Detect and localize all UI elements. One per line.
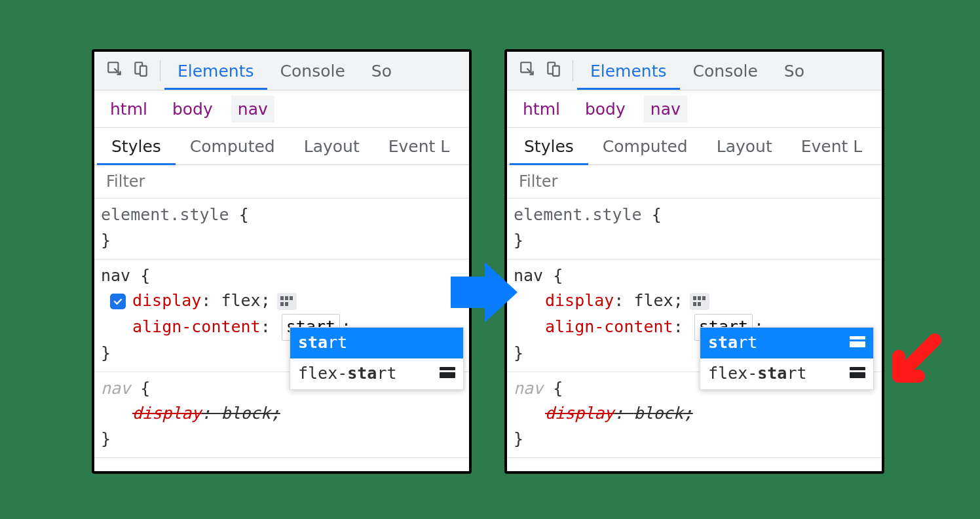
prop-align-content-name[interactable]: align-content [132,315,261,340]
justify-start-icon [850,336,865,349]
svg-rect-3 [280,296,284,300]
selector-element-style: element.style { [101,205,249,224]
devtools-panel-before: Elements Console So html body nav Styles… [92,49,472,474]
justify-start-icon [440,367,455,380]
crumb-nav[interactable]: nav [644,96,687,123]
divider [160,60,160,81]
prop-align-content-name[interactable]: align-content [545,315,673,340]
element-style-rule[interactable]: element.style { } [94,199,469,260]
styles-sub-tabs: Styles Computed Layout Event L [94,128,469,165]
tab-sources-partial[interactable]: So [771,52,818,90]
breadcrumb: html body nav [94,90,469,128]
selector-nav-overridden: nav { [514,379,563,398]
justify-start-icon [850,367,865,380]
prop-display-name[interactable]: display [545,288,614,314]
selector-nav: nav { [514,266,563,285]
crumb-nav[interactable]: nav [231,96,274,123]
crumb-html[interactable]: html [104,96,154,123]
prop-display-overridden-value[interactable]: block [633,401,683,427]
device-toggle-icon[interactable] [132,60,149,81]
tab-sources-partial[interactable]: So [358,52,405,90]
selector-nav-overridden: nav { [101,379,150,398]
devtools-top-tabs: Elements Console So [94,52,469,90]
filter-input[interactable] [518,172,871,191]
svg-rect-5 [290,296,293,300]
styles-body: element.style { } nav { display: flex; a… [94,199,469,458]
svg-rect-14 [693,302,696,306]
filter-row [507,165,882,199]
flexbox-editor-icon[interactable] [690,293,709,310]
filter-input[interactable] [105,172,459,191]
filter-row [94,165,469,199]
sub-tab-layout[interactable]: Layout [702,128,787,165]
crumb-html[interactable]: html [516,96,567,123]
divider [573,60,573,81]
devtools-top-tabs: Elements Console So [507,52,882,90]
autocomplete-popup: start flex-start [700,327,874,390]
prop-display-value[interactable]: flex [221,288,260,314]
autocomplete-item-flex-start[interactable]: flex-start [700,358,873,389]
callout-arrow-icon [879,330,945,398]
breadcrumb: html body nav [507,90,882,128]
sub-tab-computed[interactable]: Computed [176,128,290,165]
tab-console[interactable]: Console [267,52,358,90]
sub-tab-computed[interactable]: Computed [588,128,702,165]
sub-tab-styles[interactable]: Styles [510,128,588,165]
crumb-body[interactable]: body [166,96,219,123]
tab-elements[interactable]: Elements [164,52,267,90]
tab-console[interactable]: Console [680,52,771,90]
devtools-panel-after: Elements Console So html body nav Styles… [504,49,884,474]
selector-nav: nav { [101,266,150,285]
prop-display-overridden-name[interactable]: display [132,401,201,427]
svg-rect-4 [285,296,288,300]
tab-elements[interactable]: Elements [577,52,680,90]
flexbox-editor-icon[interactable] [277,293,297,310]
styles-body: element.style { } nav { display: flex; a… [507,199,882,458]
svg-rect-11 [693,296,696,300]
prop-display-name[interactable]: display [132,288,201,314]
svg-rect-15 [698,302,701,306]
sub-tab-layout[interactable]: Layout [290,128,374,165]
sub-tab-event-partial[interactable]: Event L [374,128,464,165]
svg-rect-2 [140,66,147,76]
autocomplete-item-flex-start[interactable]: flex-start [290,358,463,389]
sub-tab-event-partial[interactable]: Event L [787,128,877,165]
styles-sub-tabs: Styles Computed Layout Event L [507,128,882,165]
prop-display-value[interactable]: flex [633,288,673,314]
checkmark-icon[interactable] [110,294,126,309]
sub-tab-styles[interactable]: Styles [97,128,176,165]
autocomplete-item-start[interactable]: start [700,328,873,358]
device-toggle-icon[interactable] [545,60,562,81]
selector-element-style: element.style { [514,205,662,224]
svg-rect-12 [698,296,701,300]
autocomplete-popup: start flex-start [290,327,464,390]
autocomplete-item-start[interactable]: start [290,328,463,358]
prop-display-overridden-value[interactable]: block [221,401,270,427]
crumb-body[interactable]: body [578,96,632,123]
svg-rect-13 [702,296,706,300]
element-style-rule[interactable]: element.style { } [507,199,882,260]
prop-display-overridden-name[interactable]: display [545,401,614,427]
inspect-icon[interactable] [519,60,536,81]
svg-rect-6 [280,302,284,306]
svg-rect-10 [553,66,559,76]
svg-rect-7 [285,302,288,306]
inspect-icon[interactable] [106,60,123,81]
